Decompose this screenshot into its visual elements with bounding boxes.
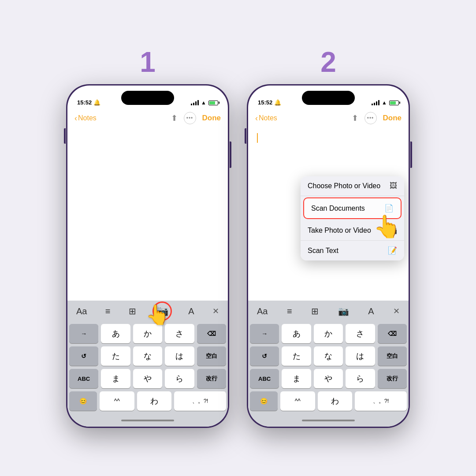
keyboard-1: → あ か さ ⌫ ↺ た な は 空白 ABC: [67, 322, 228, 414]
markup-icon-2[interactable]: A: [368, 306, 374, 316]
format-icon-1[interactable]: Aa: [76, 306, 87, 316]
key-del-2[interactable]: ⌫: [378, 324, 407, 343]
key-space-1[interactable]: 空白: [197, 346, 226, 366]
nav-back-2[interactable]: ‹ Notes: [255, 114, 277, 123]
key-sa-1[interactable]: さ: [165, 324, 194, 343]
scan-text-icon: 📝: [388, 246, 397, 255]
keyboard-row-2-2: ↺ た な は 空白: [248, 344, 409, 367]
list-icon-2[interactable]: ≡: [287, 306, 292, 316]
key-ta-2[interactable]: た: [282, 346, 311, 366]
step-2-number: 2: [320, 48, 336, 76]
battery-fill-2: [390, 101, 396, 104]
key-wa-1[interactable]: わ: [137, 391, 172, 411]
done-button-2[interactable]: Done: [383, 114, 402, 123]
key-arrow-1[interactable]: →: [69, 324, 98, 343]
key-kigou-1[interactable]: ^^: [100, 391, 134, 411]
chevron-icon-2: ‹: [255, 114, 258, 123]
share-icon-2[interactable]: ⬆: [352, 113, 358, 123]
phone-1-screen: 15:52 🔔 ▲: [67, 86, 228, 427]
key-ya-1[interactable]: や: [133, 369, 162, 388]
keyboard-row-1-4: 😊 ^^ わ 、。?!: [67, 389, 228, 412]
key-ma-1[interactable]: ま: [101, 369, 130, 388]
hand-cursor-1: 👆: [145, 303, 170, 326]
more-button-2[interactable]: •••: [364, 112, 377, 124]
key-ka-1[interactable]: か: [133, 324, 162, 343]
format-icon-2[interactable]: Aa: [257, 306, 268, 316]
key-a-2[interactable]: あ: [282, 324, 311, 343]
menu-scan-text[interactable]: Scan Text 📝: [301, 241, 404, 260]
text-cursor-2: [257, 133, 258, 143]
nav-bar-2: ‹ Notes ⬆ ••• Done: [248, 108, 409, 128]
markup-icon-1[interactable]: A: [188, 306, 194, 316]
battery-fill-1: [209, 101, 215, 104]
key-arrow-2[interactable]: →: [250, 324, 279, 343]
key-undo-2[interactable]: ↺: [250, 346, 279, 366]
share-icon-1[interactable]: ⬆: [171, 113, 178, 123]
key-punct-1[interactable]: 、。?!: [174, 391, 226, 411]
home-indicator-2: [248, 414, 409, 427]
keyboard-row-1-3: ABC ま や ら 改行: [67, 367, 228, 389]
key-emoji-2[interactable]: 😊: [250, 391, 278, 411]
choose-photo-icon: 🖼: [390, 182, 397, 190]
step-2: 2 15:52 🔔 ▲: [247, 48, 410, 428]
keyboard-row-2-1: → あ か さ ⌫: [248, 322, 409, 344]
toolbar-2: Aa ≡ ⊞ 📷 A ✕: [248, 301, 409, 322]
status-time-2: 15:52 🔔: [258, 99, 281, 106]
key-ra-1[interactable]: ら: [165, 369, 194, 388]
signal-bars-2: [372, 100, 379, 105]
home-bar-1: [121, 420, 174, 421]
key-wa-2[interactable]: わ: [318, 391, 353, 411]
close-icon-2[interactable]: ✕: [393, 306, 400, 316]
table-icon-1[interactable]: ⊞: [129, 306, 136, 316]
keyboard-row-2-3: ABC ま や ら 改行: [248, 367, 409, 389]
key-emoji-1[interactable]: 😊: [69, 391, 97, 411]
key-ha-2[interactable]: は: [346, 346, 375, 366]
step-1: 1 15:52 🔔 ▲: [66, 48, 229, 428]
status-right-2: ▲: [372, 100, 399, 106]
battery-1: [208, 100, 218, 105]
phone-2: 15:52 🔔 ▲: [247, 84, 410, 428]
keyboard-row-1-2: ↺ た な は 空白: [67, 344, 228, 367]
key-undo-1[interactable]: ↺: [69, 346, 98, 366]
dynamic-island-2: [302, 91, 355, 105]
close-icon-1[interactable]: ✕: [212, 306, 219, 316]
list-icon-1[interactable]: ≡: [105, 306, 111, 316]
nav-actions-1: ⬆ ••• Done: [171, 112, 221, 124]
step-1-number: 1: [140, 48, 156, 76]
key-na-2[interactable]: な: [314, 346, 343, 366]
nav-actions-2: ⬆ ••• Done: [352, 112, 402, 124]
status-right-1: ▲: [191, 100, 218, 106]
key-abc-1[interactable]: ABC: [69, 369, 98, 388]
key-del-1[interactable]: ⌫: [197, 324, 226, 343]
key-a-1[interactable]: あ: [101, 324, 130, 343]
key-return-1[interactable]: 改行: [197, 369, 226, 388]
main-container: 1 15:52 🔔 ▲: [66, 48, 410, 428]
more-button-1[interactable]: •••: [184, 112, 196, 124]
key-ha-1[interactable]: は: [165, 346, 194, 366]
key-ya-2[interactable]: や: [314, 369, 343, 388]
key-sa-2[interactable]: さ: [346, 324, 375, 343]
note-content-1[interactable]: [67, 128, 228, 301]
key-abc-2[interactable]: ABC: [250, 369, 279, 388]
done-button-1[interactable]: Done: [202, 114, 221, 123]
key-ka-2[interactable]: か: [314, 324, 343, 343]
keyboard-row-2-4: 😊 ^^ わ 、。?!: [248, 389, 409, 412]
camera-icon-2[interactable]: 📷: [338, 306, 349, 316]
key-ta-1[interactable]: た: [101, 346, 130, 366]
key-na-1[interactable]: な: [133, 346, 162, 366]
home-indicator-1: [67, 414, 228, 427]
nav-back-1[interactable]: ‹ Notes: [74, 114, 97, 123]
scan-doc-icon: 📄: [384, 204, 394, 213]
chevron-icon-1: ‹: [74, 114, 77, 123]
key-return-2[interactable]: 改行: [378, 369, 407, 388]
key-punct-2[interactable]: 、。?!: [355, 391, 407, 411]
toolbar-1: Aa ≡ ⊞ 📷 A ✕ 👆: [67, 301, 228, 322]
menu-choose-photo[interactable]: Choose Photo or Video 🖼: [301, 176, 404, 196]
key-ra-2[interactable]: ら: [346, 369, 375, 388]
phone-2-screen: 15:52 🔔 ▲: [248, 86, 409, 427]
key-space-2[interactable]: 空白: [378, 346, 407, 366]
key-kigou-2[interactable]: ^^: [280, 391, 315, 411]
key-ma-2[interactable]: ま: [282, 369, 311, 388]
table-icon-2[interactable]: ⊞: [311, 306, 319, 316]
note-content-2[interactable]: Choose Photo or Video 🖼 Scan Documents 📄: [248, 128, 409, 301]
